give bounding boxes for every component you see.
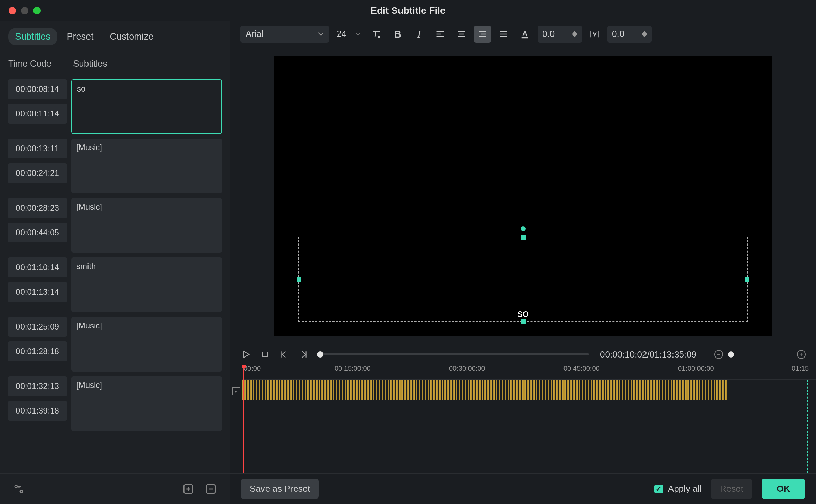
- prev-frame-button[interactable]: [278, 349, 290, 360]
- close-window-button[interactable]: [9, 7, 16, 14]
- subtitle-row[interactable]: 00:01:25:09 00:01:28:18 [Music]: [8, 317, 222, 372]
- resize-handle-left[interactable]: [297, 277, 301, 282]
- start-time[interactable]: 00:00:08:14: [8, 79, 67, 99]
- resize-handle-right[interactable]: [745, 277, 749, 282]
- zoom-out-button[interactable]: −: [714, 350, 723, 359]
- spinner-icon[interactable]: [642, 31, 647, 37]
- subtitle-text-cell[interactable]: smith: [71, 257, 222, 312]
- timeline-tick: 00:00: [244, 365, 261, 373]
- right-panel: Arial 24 B I: [230, 21, 816, 504]
- apply-all-checkbox[interactable]: ✓ Apply all: [654, 484, 702, 494]
- line-spacing-input[interactable]: 0.0: [607, 26, 652, 43]
- end-time[interactable]: 00:00:11:14: [8, 104, 67, 124]
- svg-rect-4: [263, 352, 268, 357]
- timeline-end-marker: [807, 380, 808, 473]
- subtitle-text-cell[interactable]: [Music]: [71, 198, 222, 253]
- maximize-window-button[interactable]: [33, 7, 41, 14]
- zoom-controls: − +: [714, 350, 806, 359]
- subtitle-row[interactable]: 00:01:32:13 00:01:39:18 [Music]: [8, 376, 222, 431]
- svg-point-0: [15, 485, 18, 488]
- start-time[interactable]: 00:01:32:13: [8, 376, 67, 396]
- char-spacing-input[interactable]: 0.0: [538, 26, 582, 43]
- column-headers: Time Code Subtitles: [0, 52, 230, 79]
- end-time[interactable]: 00:01:28:18: [8, 341, 67, 361]
- resize-handle-bottom[interactable]: [521, 319, 526, 324]
- window-title: Edit Subtitle File: [370, 5, 445, 16]
- video-canvas[interactable]: so: [274, 56, 772, 336]
- start-time[interactable]: 00:01:10:14: [8, 257, 67, 277]
- traffic-lights: [9, 7, 41, 14]
- end-time[interactable]: 00:00:24:21: [8, 163, 67, 183]
- chevron-down-icon: [356, 32, 361, 36]
- end-time[interactable]: 00:01:13:14: [8, 282, 67, 302]
- subtitle-row[interactable]: 00:00:08:14 00:00:11:14 so: [8, 79, 222, 134]
- font-select[interactable]: Arial: [240, 26, 329, 43]
- preview-area: so: [230, 47, 816, 344]
- scrubber-thumb[interactable]: [317, 351, 323, 358]
- tab-preset[interactable]: Preset: [60, 28, 100, 45]
- line-spacing-icon: [586, 26, 603, 43]
- char-spacing-value: 0.0: [542, 29, 555, 39]
- merge-icon[interactable]: [12, 482, 25, 495]
- checkbox-icon: ✓: [654, 485, 663, 493]
- save-as-preset-button[interactable]: Save as Preset: [241, 479, 319, 499]
- end-time[interactable]: 00:00:44:05: [8, 223, 67, 242]
- zoom-thumb[interactable]: [728, 351, 734, 358]
- audio-waveform-track[interactable]: [242, 380, 727, 400]
- subtitle-text-cell[interactable]: so: [71, 79, 222, 134]
- header-timecode: Time Code: [8, 58, 73, 69]
- playhead[interactable]: [243, 365, 244, 473]
- font-name: Arial: [246, 29, 263, 39]
- timeline-tick: 00:30:00:00: [449, 365, 485, 373]
- timeline: ▸ 00:00 00:15:00:00 00:30:00:00 00:45:00…: [230, 365, 816, 473]
- ok-button[interactable]: OK: [762, 479, 805, 499]
- font-color-button[interactable]: [516, 26, 533, 43]
- tab-subtitles[interactable]: Subtitles: [8, 28, 57, 45]
- add-subtitle-button[interactable]: [182, 482, 195, 495]
- font-size-select[interactable]: 24: [333, 26, 364, 43]
- remove-subtitle-button[interactable]: [204, 482, 217, 495]
- align-left-button[interactable]: [432, 26, 449, 43]
- time-display: 00:00:10:02/01:13:35:09: [600, 349, 696, 360]
- next-frame-button[interactable]: [298, 349, 309, 360]
- subtitle-text-cell[interactable]: [Music]: [71, 139, 222, 193]
- align-center-button[interactable]: [453, 26, 470, 43]
- stop-button[interactable]: [259, 349, 271, 360]
- header-subtitles: Subtitles: [73, 58, 221, 69]
- zoom-in-button[interactable]: +: [797, 350, 806, 359]
- preview-subtitle-text: so: [518, 308, 529, 319]
- timeline-main[interactable]: 00:00 00:15:00:00 00:30:00:00 00:45:00:0…: [242, 365, 816, 473]
- tab-customize[interactable]: Customize: [103, 28, 161, 45]
- titlebar: Edit Subtitle File: [0, 0, 816, 21]
- resize-handle-top[interactable]: [521, 235, 526, 240]
- chevron-down-icon: [318, 32, 324, 36]
- bold-button[interactable]: B: [389, 26, 406, 43]
- subtitle-text-cell[interactable]: [Music]: [71, 376, 222, 431]
- clear-formatting-button[interactable]: [368, 26, 385, 43]
- timeline-ruler[interactable]: 00:00 00:15:00:00 00:30:00:00 00:45:00:0…: [242, 365, 816, 380]
- subtitle-bounding-box[interactable]: so: [298, 237, 748, 322]
- start-time[interactable]: 00:01:25:09: [8, 317, 67, 337]
- subtitle-list[interactable]: 00:00:08:14 00:00:11:14 so 00:00:13:11 0…: [0, 79, 230, 473]
- expand-track-button[interactable]: ▸: [232, 387, 240, 395]
- left-panel: Subtitles Preset Customize Time Code Sub…: [0, 21, 230, 504]
- subtitle-text-cell[interactable]: [Music]: [71, 317, 222, 372]
- play-button[interactable]: [240, 349, 252, 360]
- line-spacing-value: 0.0: [612, 29, 624, 39]
- spinner-icon[interactable]: [572, 31, 577, 37]
- end-time[interactable]: 00:01:39:18: [8, 401, 67, 421]
- subtitle-row[interactable]: 00:01:10:14 00:01:13:14 smith: [8, 257, 222, 312]
- subtitle-row[interactable]: 00:00:28:23 00:00:44:05 [Music]: [8, 198, 222, 253]
- start-time[interactable]: 00:00:13:11: [8, 139, 67, 158]
- align-right-button[interactable]: [474, 26, 491, 43]
- minimize-window-button[interactable]: [21, 7, 28, 14]
- align-justify-button[interactable]: [495, 26, 512, 43]
- left-footer: [0, 473, 230, 504]
- bottom-bar: Save as Preset ✓ Apply all Reset OK: [230, 473, 816, 504]
- left-tabs: Subtitles Preset Customize: [0, 21, 230, 52]
- scrubber[interactable]: [320, 353, 589, 355]
- subtitle-row[interactable]: 00:00:13:11 00:00:24:21 [Music]: [8, 139, 222, 193]
- start-time[interactable]: 00:00:28:23: [8, 198, 67, 218]
- italic-button[interactable]: I: [410, 26, 427, 43]
- reset-button[interactable]: Reset: [711, 479, 752, 499]
